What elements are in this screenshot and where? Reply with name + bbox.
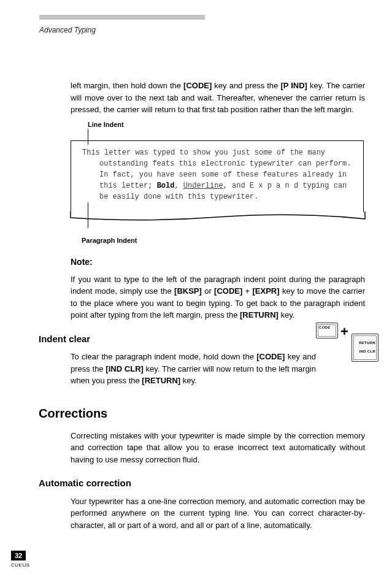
corrections-heading: Corrections — [39, 404, 365, 422]
bksp-key: [BKSP] — [174, 286, 202, 296]
indent-clear-paragraph: To clear the paragraph indent mode, hold… — [71, 351, 316, 387]
indclr-keycap-label: IND CLR — [359, 349, 375, 354]
sample-bottom-edge — [71, 212, 364, 222]
sample-line-1: This letter was typed to show you just s… — [99, 147, 352, 169]
plus-icon: + — [340, 321, 348, 342]
sample-l2b: , — [174, 182, 183, 190]
note-heading: Note: — [71, 256, 365, 269]
note-e: key. — [279, 310, 295, 319]
ic-a: To clear the paragraph indent mode, hold… — [71, 352, 256, 361]
typewriter-sample-wrap: This letter was typed to show you just s… — [71, 140, 365, 222]
indclr-key: [IND CLR] — [106, 364, 144, 373]
running-head: Advanced Typing — [39, 25, 96, 36]
line-indent-label: Line Indent — [88, 120, 365, 130]
scan-artifact-top — [39, 15, 205, 20]
note-b: or — [202, 286, 214, 296]
ic-d: key. — [180, 376, 197, 385]
page-number: 32 — [11, 551, 26, 560]
sample-bold: Bold — [157, 182, 175, 190]
code-key-3: [CODE] — [256, 352, 285, 361]
code-key: [CODE] — [183, 81, 212, 90]
intro-text-b: key and press the — [212, 81, 280, 90]
return-keycap-label: RETURN — [359, 340, 375, 346]
automatic-correction-paragraph: Your typewriter has a one-line correctio… — [71, 495, 365, 532]
expr-key: [EXPR] — [253, 286, 280, 296]
typewriter-sample: This letter was typed to show you just s… — [71, 140, 364, 212]
sample-line-2: In fact, you have seen some of these fea… — [99, 169, 352, 202]
code-key-2: [CODE] — [214, 286, 242, 296]
return-keycap: RETURN IND CLR — [352, 334, 379, 362]
footer-code: CUEUS — [11, 562, 30, 569]
pind-key: [P IND] — [280, 81, 307, 90]
keyboard-diagram: CODE + RETURN IND CLR — [316, 323, 379, 364]
paragraph-indent-label: Paragraph Indent — [82, 235, 365, 246]
code-keycap: CODE — [316, 323, 338, 338]
intro-text-a: left margin, then hold down the — [71, 81, 183, 90]
intro-paragraph: left margin, then hold down the [CODE] k… — [71, 80, 365, 116]
note-c: + — [242, 286, 252, 296]
main-content: left margin, then hold down the [CODE] k… — [71, 80, 365, 535]
return-key-2: [RETURN] — [142, 376, 180, 385]
automatic-correction-heading: Automatic correction — [39, 476, 365, 491]
note-paragraph: If you want to type to the left of the p… — [71, 273, 365, 321]
code-keycap-label: CODE — [319, 325, 331, 331]
line-indent-pointer — [88, 129, 88, 145]
return-key: [RETURN] — [240, 310, 279, 319]
sample-underline: Underline — [183, 182, 223, 190]
corrections-paragraph: Correcting mistakes with your typewriter… — [71, 430, 365, 466]
